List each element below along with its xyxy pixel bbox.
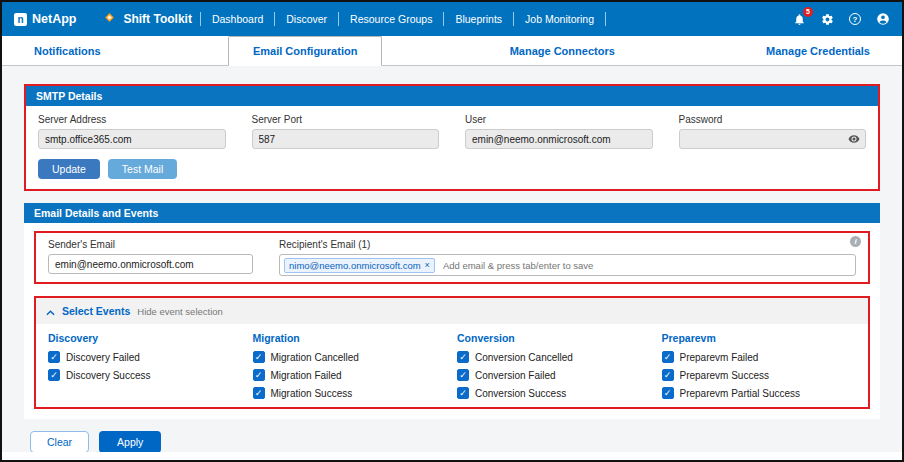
event-item: Discovery Failed (48, 351, 243, 363)
server-port-input[interactable] (252, 129, 440, 149)
events-column-discovery: Discovery Discovery Failed Discovery Suc… (48, 332, 243, 405)
nav-item-discover[interactable]: Discover (275, 12, 339, 26)
select-events-hint: Hide event selection (137, 306, 223, 317)
event-item: Migration Failed (253, 369, 448, 381)
event-item: Conversion Failed (457, 369, 652, 381)
user-label: User (465, 114, 653, 125)
checkbox[interactable] (457, 369, 469, 381)
column-title: Migration (253, 332, 448, 344)
email-addresses-box: Sender's Email Recipient's Email (1) nim… (34, 231, 870, 284)
event-label: Migration Success (271, 388, 353, 399)
test-mail-button[interactable]: Test Mail (108, 159, 177, 179)
user-field-group: User (465, 114, 653, 149)
sender-email-label: Sender's Email (48, 239, 253, 250)
apply-button[interactable]: Apply (99, 431, 161, 452)
select-events-label: Select Events (62, 305, 130, 317)
server-address-input[interactable] (38, 129, 226, 149)
checkbox[interactable] (48, 351, 60, 363)
event-label: Preparevm Success (680, 370, 769, 381)
shift-toolkit-icon (102, 10, 117, 28)
event-item: Migration Success (253, 387, 448, 399)
password-input[interactable] (679, 129, 867, 149)
gear-icon[interactable] (821, 13, 834, 26)
nav-item-blueprints[interactable]: Blueprints (444, 12, 514, 26)
password-field-group: Password (679, 114, 867, 149)
recipient-email-input[interactable] (441, 259, 851, 272)
netapp-logo-icon: n (14, 13, 27, 26)
server-address-field-group: Server Address (38, 114, 226, 149)
account-icon[interactable] (876, 12, 890, 26)
sender-email-group: Sender's Email (48, 239, 253, 276)
app-title: Shift Toolkit (123, 12, 191, 26)
notification-badge: 5 (803, 7, 813, 17)
column-title: Discovery (48, 332, 243, 344)
checkbox[interactable] (662, 369, 674, 381)
events-column-migration: Migration Migration Cancelled Migration … (253, 332, 448, 405)
event-label: Conversion Cancelled (475, 352, 573, 363)
event-item: Preparevm Failed (662, 351, 857, 363)
nav-item-resource-groups[interactable]: Resource Groups (339, 12, 444, 26)
event-item: Migration Cancelled (253, 351, 448, 363)
user-input[interactable] (465, 129, 653, 149)
email-details-title: Email Details and Events (24, 203, 880, 223)
column-title: Preparevm (662, 332, 857, 344)
nav-item-dashboard[interactable]: Dashboard (201, 12, 275, 26)
tab-notifications[interactable]: Notifications (10, 36, 125, 65)
netapp-brand[interactable]: n NetApp (14, 12, 76, 26)
sender-email-input[interactable] (48, 254, 253, 274)
event-label: Conversion Failed (475, 370, 556, 381)
tab-bar: Notifications Email Configuration Manage… (2, 36, 902, 66)
tab-manage-connectors[interactable]: Manage Connectors (486, 36, 639, 65)
top-navbar: n NetApp Shift Toolkit Dashboard Discove… (2, 2, 902, 36)
server-address-label: Server Address (38, 114, 226, 125)
event-item: Preparevm Partial Success (662, 387, 857, 399)
email-configuration-page: SMTP Details Server Address Server Port … (2, 66, 902, 452)
checkbox[interactable] (457, 387, 469, 399)
event-label: Preparevm Failed (680, 352, 759, 363)
main-nav: Dashboard Discover Resource Groups Bluep… (200, 12, 606, 26)
events-column-conversion: Conversion Conversion Cancelled Conversi… (457, 332, 652, 405)
nav-item-job-monitoring[interactable]: Job Monitoring (514, 12, 606, 26)
tab-email-configuration[interactable]: Email Configuration (228, 36, 383, 66)
checkbox[interactable] (457, 351, 469, 363)
shift-toolkit-window: n NetApp Shift Toolkit Dashboard Discove… (0, 0, 904, 462)
event-item: Conversion Cancelled (457, 351, 652, 363)
recipient-email-group: Recipient's Email (1) nimo@neemo.onmicro… (279, 239, 856, 276)
event-label: Discovery Failed (66, 352, 140, 363)
select-events-box: Select Events Hide event selection Disco… (34, 296, 870, 409)
tab-manage-credentials[interactable]: Manage Credentials (742, 36, 894, 65)
event-label: Discovery Success (66, 370, 150, 381)
smtp-section: SMTP Details Server Address Server Port … (24, 84, 880, 191)
checkbox[interactable] (253, 351, 265, 363)
email-details-section: Email Details and Events Sender's Email … (24, 203, 880, 419)
bottom-strip (2, 452, 902, 460)
checkbox[interactable] (48, 369, 60, 381)
chevron-up-icon (46, 302, 55, 320)
info-circle-icon[interactable] (850, 236, 861, 247)
eye-icon[interactable] (848, 133, 860, 145)
column-title: Conversion (457, 332, 652, 344)
select-events-toggle[interactable]: Select Events Hide event selection (36, 298, 868, 324)
clear-button[interactable]: Clear (30, 431, 89, 452)
bell-icon[interactable]: 5 (793, 13, 806, 26)
close-icon[interactable]: × (425, 261, 430, 270)
help-icon[interactable] (849, 13, 861, 25)
event-item: Conversion Success (457, 387, 652, 399)
app-title-group: Shift Toolkit (102, 10, 191, 28)
checkbox[interactable] (662, 387, 674, 399)
checkbox[interactable] (253, 369, 265, 381)
recipient-tag-text: nimo@neemo.onmicrosoft.com (289, 260, 421, 271)
question-circle-icon (849, 13, 861, 25)
smtp-section-title: SMTP Details (26, 86, 878, 106)
checkbox[interactable] (662, 351, 674, 363)
checkbox[interactable] (253, 387, 265, 399)
smtp-body: Server Address Server Port User Password (26, 106, 878, 189)
update-button[interactable]: Update (38, 159, 100, 179)
brand-label: NetApp (32, 12, 76, 26)
recipient-tag-box[interactable]: nimo@neemo.onmicrosoft.com × (279, 254, 856, 276)
event-label: Preparevm Partial Success (680, 388, 801, 399)
event-label: Migration Cancelled (271, 352, 359, 363)
password-label: Password (679, 114, 867, 125)
event-label: Migration Failed (271, 370, 342, 381)
server-port-field-group: Server Port (252, 114, 440, 149)
